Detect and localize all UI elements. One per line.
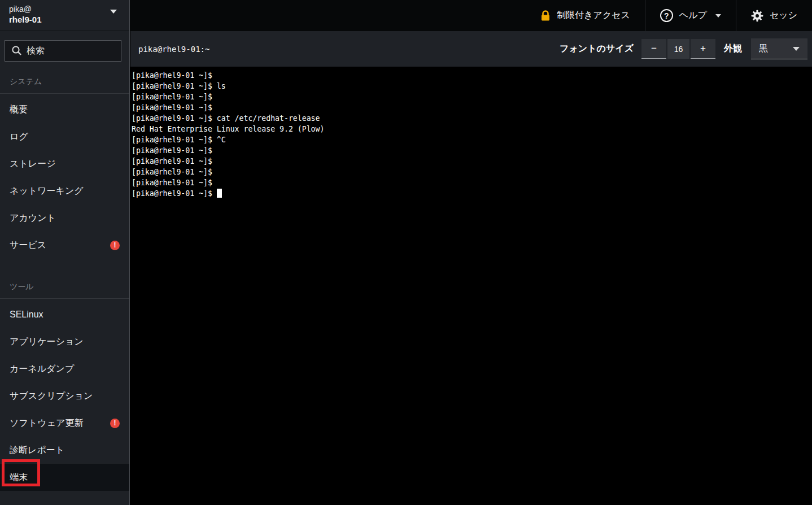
session-label: セッシ <box>770 10 797 21</box>
nav-section-title: システム <box>0 77 129 94</box>
terminal-controls: フォントのサイズ − 16 + 外観 黒 <box>560 38 807 59</box>
terminal-line: [pika@rhel9-01 ~]$ <box>132 167 812 177</box>
appearance-label: 外観 <box>724 43 742 55</box>
terminal-toolbar: pika@rhel9-01:~ フォントのサイズ − 16 + 外観 黒 <box>130 31 812 67</box>
chevron-down-icon <box>793 47 800 51</box>
sidebar-item-label: ネットワーキング <box>10 185 84 197</box>
sidebar-item-label: アプリケーション <box>10 336 84 348</box>
sidebar: pika@ rhel9-01 システム概要ログストレージネットワーキングアカウン… <box>0 0 130 505</box>
host-user: pika@ <box>9 4 120 14</box>
font-size-value: 16 <box>667 39 689 59</box>
host-name: rhel9-01 <box>9 14 120 25</box>
sidebar-item-端末[interactable]: 端末 <box>0 464 129 491</box>
sidebar-item-アカウント[interactable]: アカウント <box>0 204 129 232</box>
terminal-line: [pika@rhel9-01 ~]$ <box>132 177 812 188</box>
sidebar-item-label: アカウント <box>10 212 56 224</box>
search-input[interactable] <box>5 40 121 62</box>
sidebar-item-label: 診断レポート <box>10 445 64 456</box>
sidebar-item-サービス[interactable]: サービス! <box>0 232 129 259</box>
terminal-line: [pika@rhel9-01 ~]$ <box>132 102 812 113</box>
sidebar-item-label: カーネルダンプ <box>10 363 74 375</box>
chevron-down-icon <box>110 10 117 14</box>
host-switcher[interactable]: pika@ rhel9-01 <box>0 0 129 31</box>
sidebar-item-label: ログ <box>10 131 28 143</box>
limited-access-button[interactable]: 制限付きアクセス <box>526 0 645 31</box>
gear-icon <box>751 10 763 22</box>
sidebar-item-アプリケーション[interactable]: アプリケーション <box>0 328 129 355</box>
terminal-title: pika@rhel9-01:~ <box>138 45 209 54</box>
sidebar-item-サブスクリプション[interactable]: サブスクリプション <box>0 382 129 410</box>
sidebar-item-概要[interactable]: 概要 <box>0 96 129 123</box>
terminal-line: [pika@rhel9-01 ~]$ <box>132 156 812 167</box>
theme-select[interactable]: 黒 <box>751 38 807 59</box>
terminal-line: [pika@rhel9-01 ~]$ ls <box>132 81 812 92</box>
font-size-label: フォントのサイズ <box>560 43 634 55</box>
search-icon <box>11 45 22 56</box>
sidebar-item-label: ストレージ <box>10 158 56 170</box>
terminal-line: [pika@rhel9-01 ~]$ <box>132 92 812 102</box>
nav-section-title: ツール <box>0 282 129 299</box>
sidebar-item-label: SELinux <box>10 310 43 320</box>
search-wrap <box>5 40 125 62</box>
nav-list: 概要ログストレージネットワーキングアカウントサービス! <box>0 94 129 259</box>
sidebar-item-label: サブスクリプション <box>10 390 93 402</box>
terminal-pane: pika@rhel9-01:~ フォントのサイズ − 16 + 外観 黒 [pi… <box>130 31 812 505</box>
help-icon: ? <box>660 9 673 22</box>
terminal-line: [pika@rhel9-01 ~]$ ^C <box>132 134 812 145</box>
chevron-down-icon <box>715 14 721 18</box>
theme-selected-value: 黒 <box>759 43 768 55</box>
terminal-line: Red Hat Enterprise Linux release 9.2 (Pl… <box>132 124 812 134</box>
sidebar-item-label: サービス <box>10 240 46 251</box>
masthead: 制限付きアクセス ? ヘルプ <box>130 0 812 31</box>
sidebar-item-ストレージ[interactable]: ストレージ <box>0 150 129 177</box>
terminal-line: [pika@rhel9-01 ~]$ <box>132 188 812 199</box>
sidebar-item-ソフトウェア更新[interactable]: ソフトウェア更新! <box>0 410 129 437</box>
sidebar-item-ネットワーキング[interactable]: ネットワーキング <box>0 177 129 204</box>
alert-badge: ! <box>110 241 120 250</box>
alert-badge: ! <box>110 419 120 428</box>
sidebar-item-label: 端末 <box>10 472 28 484</box>
terminal-line: [pika@rhel9-01 ~]$ <box>132 145 812 156</box>
sidebar-item-label: ソフトウェア更新 <box>10 417 83 429</box>
font-size-stepper: − 16 + <box>641 39 715 59</box>
font-size-increase-button[interactable]: + <box>691 39 715 59</box>
limited-access-label: 制限付きアクセス <box>557 10 630 21</box>
sidebar-item-label: 概要 <box>10 104 28 116</box>
sidebar-nav: システム概要ログストレージネットワーキングアカウントサービス!ツールSELinu… <box>0 77 129 491</box>
terminal-cursor <box>217 189 222 198</box>
nav-list: SELinuxアプリケーションカーネルダンプサブスクリプションソフトウェア更新!… <box>0 299 129 491</box>
sidebar-item-カーネルダンプ[interactable]: カーネルダンプ <box>0 355 129 382</box>
terminal-output[interactable]: [pika@rhel9-01 ~]$[pika@rhel9-01 ~]$ ls[… <box>130 67 812 199</box>
help-label: ヘルプ <box>679 10 707 21</box>
sidebar-item-診断レポート[interactable]: 診断レポート <box>0 437 129 464</box>
terminal-line: [pika@rhel9-01 ~]$ <box>132 70 812 81</box>
cockpit-screen: 制限付きアクセス ? ヘルプ <box>0 0 812 505</box>
font-size-decrease-button[interactable]: − <box>641 39 666 59</box>
lock-icon <box>540 10 551 21</box>
help-menu-button[interactable]: ? ヘルプ <box>645 0 736 31</box>
sidebar-item-SELinux[interactable]: SELinux <box>0 301 129 328</box>
session-menu-button[interactable]: セッシ <box>736 0 812 31</box>
sidebar-item-ログ[interactable]: ログ <box>0 123 129 150</box>
terminal-line: [pika@rhel9-01 ~]$ cat /etc/redhat-relea… <box>132 113 812 124</box>
